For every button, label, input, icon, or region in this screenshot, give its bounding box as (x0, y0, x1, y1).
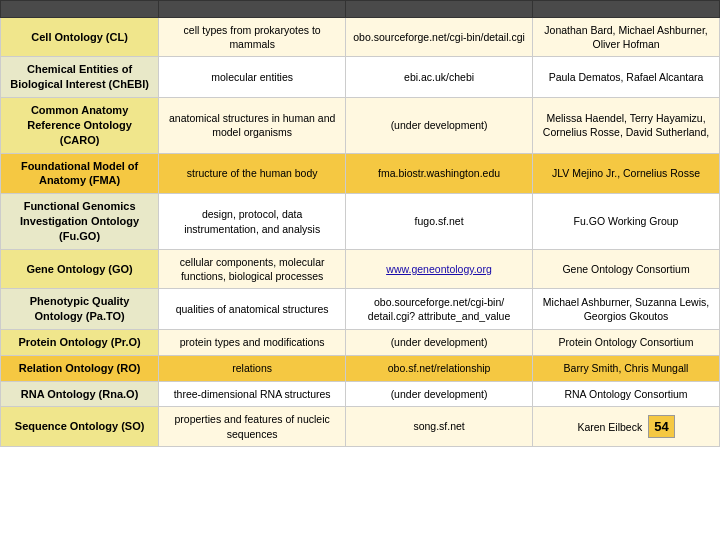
ontology-name: Phenotypic Quality Ontology (Pa.TO) (1, 289, 159, 330)
ontology-url: fma.biostr.washington.edu (346, 153, 533, 194)
table-row: Gene Ontology (GO)cellular components, m… (1, 249, 720, 288)
ontology-name: Protein Ontology (Pr.O) (1, 329, 159, 355)
table-row: Protein Ontology (Pr.O)protein types and… (1, 329, 720, 355)
ontology-scope: molecular entities (159, 57, 346, 98)
ontology-scope: qualities of anatomical structures (159, 289, 346, 330)
ontology-name: Foundational Model of Anatomy (FMA) (1, 153, 159, 194)
table-row: Functional Genomics Investigation Ontolo… (1, 194, 720, 250)
ontology-custodians: Fu.GO Working Group (533, 194, 720, 250)
ontology-scope: anatomical structures in human and model… (159, 98, 346, 154)
ontology-scope: properties and features of nucleic seque… (159, 407, 346, 446)
ontology-custodians: JLV Mejino Jr., Cornelius Rosse (533, 153, 720, 194)
page-number-badge: 54 (648, 415, 674, 439)
ontology-url: (under development) (346, 98, 533, 154)
ontology-name: Chemical Entities of Biological Interest… (1, 57, 159, 98)
table-row: Chemical Entities of Biological Interest… (1, 57, 720, 98)
ontology-url[interactable]: www.geneontology.org (346, 249, 533, 288)
ontology-url: (under development) (346, 381, 533, 407)
ontology-scope: design, protocol, data instrumentation, … (159, 194, 346, 250)
ontology-custodians: Karen Eilbeck54 (533, 407, 720, 446)
ontology-custodians: Barry Smith, Chris Mungall (533, 355, 720, 381)
table-row: Foundational Model of Anatomy (FMA)struc… (1, 153, 720, 194)
ontology-table: Cell Ontology (CL)cell types from prokar… (0, 0, 720, 447)
table-row: Common Anatomy Reference Ontology (CARO)… (1, 98, 720, 154)
ontology-name: Relation Ontology (RO) (1, 355, 159, 381)
table-row: Phenotypic Quality Ontology (Pa.TO)quali… (1, 289, 720, 330)
table-row: Sequence Ontology (SO)properties and fea… (1, 407, 720, 446)
ontology-custodians: Michael Ashburner, Suzanna Lewis, Georgi… (533, 289, 720, 330)
ontology-custodians: RNA Ontology Consortium (533, 381, 720, 407)
ontology-name: Sequence Ontology (SO) (1, 407, 159, 446)
ontology-scope: structure of the human body (159, 153, 346, 194)
ontology-url: obo.sf.net/relationship (346, 355, 533, 381)
ontology-custodians: Jonathan Bard, Michael Ashburner, Oliver… (533, 18, 720, 57)
ontology-scope: three-dimensional RNA structures (159, 381, 346, 407)
ontology-url: (under development) (346, 329, 533, 355)
ontology-scope: cell types from prokaryotes to mammals (159, 18, 346, 57)
ontology-name: Cell Ontology (CL) (1, 18, 159, 57)
ontology-url: song.sf.net (346, 407, 533, 446)
ontology-scope: protein types and modifications (159, 329, 346, 355)
table-row: RNA Ontology (Rna.O)three-dimensional RN… (1, 381, 720, 407)
ontology-custodians: Paula Dematos, Rafael Alcantara (533, 57, 720, 98)
ontology-name: Common Anatomy Reference Ontology (CARO) (1, 98, 159, 154)
table-row: Cell Ontology (CL)cell types from prokar… (1, 18, 720, 57)
ontology-url: obo.sourceforge.net/cgi-bin/detail.cgi (346, 18, 533, 57)
ontology-custodians: Protein Ontology Consortium (533, 329, 720, 355)
header-scope (159, 1, 346, 18)
ontology-url: obo.sourceforge.net/cgi-bin/ detail.cgi?… (346, 289, 533, 330)
header-url (346, 1, 533, 18)
ontology-url: fugo.sf.net (346, 194, 533, 250)
ontology-scope: cellular components, molecular functions… (159, 249, 346, 288)
ontology-scope: relations (159, 355, 346, 381)
ontology-url: ebi.ac.uk/chebi (346, 57, 533, 98)
ontology-custodians: Melissa Haendel, Terry Hayamizu, Corneli… (533, 98, 720, 154)
header-ontology (1, 1, 159, 18)
header-custodians (533, 1, 720, 18)
ontology-custodians: Gene Ontology Consortium (533, 249, 720, 288)
table-row: Relation Ontology (RO)relationsobo.sf.ne… (1, 355, 720, 381)
ontology-name: RNA Ontology (Rna.O) (1, 381, 159, 407)
ontology-name: Gene Ontology (GO) (1, 249, 159, 288)
ontology-name: Functional Genomics Investigation Ontolo… (1, 194, 159, 250)
